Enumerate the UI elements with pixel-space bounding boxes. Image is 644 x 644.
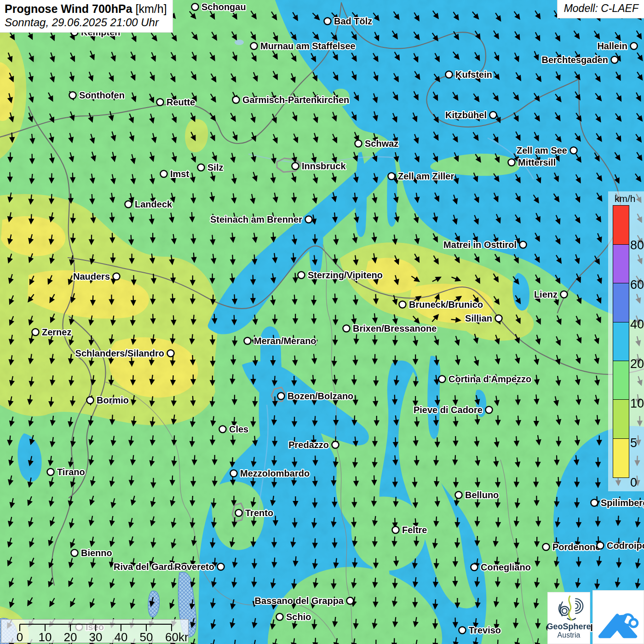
legend-tick-0: 0 [630, 475, 637, 490]
page-title: Prognose Wind 700hPa [km/h] [5, 2, 167, 16]
scale-label: 40 [115, 630, 128, 643]
scale-label: 60km [165, 630, 188, 643]
city-label: Belluno [465, 490, 499, 500]
city-zell-am-ziller: Zell am Ziller [388, 171, 454, 181]
city-label: Cles [229, 424, 248, 434]
lake-staffelsee [235, 40, 244, 45]
legend-tick-60: 60 [630, 277, 644, 293]
city-dot [343, 325, 350, 332]
city-pieve-di-cadore: Pieve di Cadore [414, 405, 493, 415]
legend-segment-0 [613, 438, 629, 478]
legend-segment-40 [613, 283, 629, 322]
city-label: Rovereto [174, 562, 214, 572]
city-label: Conegliano [481, 562, 531, 572]
city-imst: Imst [161, 169, 190, 179]
mountain-cloud-icon [594, 593, 642, 641]
city-dot [276, 614, 283, 621]
legend-color-bar [613, 206, 629, 478]
city-label: Cortina d'Ampezzo [448, 374, 531, 384]
city-schlanders-silandro: Schlanders/Silandro [75, 348, 174, 358]
wind-map: KemptenSchongauBad TölzMurnau am Staffel… [0, 0, 644, 644]
map-scale-bar: 0102030405060km [1, 619, 189, 643]
model-label: Modell: C-LAEF [564, 2, 638, 15]
city-dot [167, 350, 174, 357]
city-label: Predazzo [288, 440, 329, 450]
legend-segment-60 [613, 244, 629, 284]
city-label: Innsbruck [302, 161, 346, 171]
wind-speed-legend: km/h 806040201050 [608, 191, 644, 491]
city-dot [543, 544, 550, 551]
city-label: Garmisch-Partenkirchen [242, 95, 349, 105]
city-label: Schio [286, 612, 311, 622]
brand-country: Austria [558, 631, 581, 639]
city-dot [459, 627, 466, 634]
city-dot [87, 397, 94, 404]
city-dot [47, 469, 54, 476]
city-label: Spilimbergo [601, 498, 644, 508]
city-label: Tirano [57, 467, 85, 477]
city-label: Trento [245, 508, 273, 518]
scale-label: 20 [64, 630, 77, 643]
city-dot [236, 510, 242, 517]
app-logo-box [592, 590, 644, 644]
city-dot [439, 376, 446, 383]
city-dot [631, 43, 638, 50]
legend-tick-80: 80 [630, 237, 644, 253]
city-label: Zell am Ziller [398, 171, 454, 181]
city-label: Feltre [402, 525, 427, 535]
geosphere-contour-icon [554, 592, 584, 623]
scale-label: 0 [17, 630, 23, 643]
model-box: Modell: C-LAEF [557, 0, 644, 18]
city-schio: Schio [276, 612, 311, 622]
legend-unit-label: km/h [615, 193, 636, 204]
city-meran-merano: Meran/Merano [244, 336, 316, 346]
city-dot [388, 173, 395, 180]
scale-label: 10 [39, 630, 52, 643]
legend-segment-80 [613, 205, 629, 245]
brand-name: GeoSphere [546, 622, 591, 631]
geosphere-logo-box: GeoSphere Austria [547, 592, 590, 644]
city-label: Bruneck/Brunico [409, 299, 483, 310]
city-sterzing-vipiteno: Sterzing/Vipiteno [298, 270, 383, 280]
city-label: Imst [170, 169, 189, 179]
city-dot [233, 97, 240, 104]
title-unit: [km/h] [132, 2, 167, 15]
city-label: Landeck [135, 199, 172, 209]
city-label: Bad Tölz [334, 16, 372, 26]
city-dot [332, 442, 339, 448]
city-label: Bormio [97, 395, 129, 405]
legend-tick-5: 5 [630, 435, 637, 451]
city-murnau-am-staffelsee: Murnau am Staffelsee [251, 41, 356, 51]
city-dot [455, 492, 462, 499]
city-dot [198, 164, 205, 171]
scale-label: 30 [89, 630, 103, 643]
city-dot [355, 140, 362, 147]
city-label: Schwaz [365, 138, 398, 149]
city-dot [597, 542, 604, 549]
city-label: Murnau am Staffelsee [260, 41, 356, 51]
city-bozen-bolzano: Bozen/Bolzano [278, 391, 354, 401]
city-dot [611, 57, 618, 63]
city-label: Meran/Merano [254, 336, 316, 346]
title-box: Prognose Wind 700hPa [km/h] Sonntag, 29.… [0, 0, 173, 33]
city-dot [230, 470, 237, 477]
city-label: Matrei in Osttirol [443, 240, 517, 250]
city-label: Treviso [469, 625, 501, 635]
city-dot [570, 147, 577, 154]
city-label: Bienno [81, 548, 112, 558]
city-lienz: Lienz [534, 289, 568, 299]
scale-label: 50 [140, 630, 153, 643]
city-silz: Silz [198, 162, 224, 172]
city-label: Silz [207, 162, 223, 172]
legend-tick-10: 10 [630, 396, 644, 411]
city-dot [219, 426, 226, 433]
city-dot [278, 393, 285, 400]
scale-ruler: 0102030405060km [1, 620, 188, 643]
city-dot [244, 338, 251, 345]
city-label: Berchtesgaden [542, 55, 609, 65]
city-dot [591, 500, 598, 506]
city-label: Mezzolombardo [240, 468, 310, 478]
city-label: Kufstein [455, 69, 492, 80]
city-label: Bassano del Grappa [255, 596, 344, 606]
city-label: Sillian [465, 313, 492, 323]
